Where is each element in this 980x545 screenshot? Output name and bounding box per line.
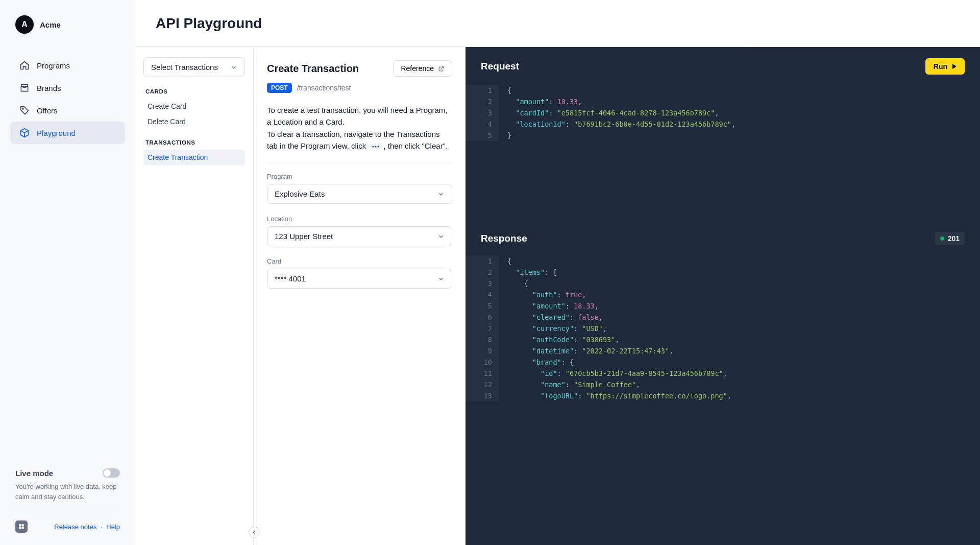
divider	[267, 163, 452, 163]
product-logo	[15, 520, 28, 533]
release-notes-link[interactable]: Release notes	[54, 523, 96, 531]
reference-label: Reference	[401, 64, 434, 73]
org-name: Acme	[40, 20, 61, 29]
card-label: Card	[267, 257, 452, 265]
status-badge: 201	[935, 232, 965, 245]
program-value: Explosive Eats	[275, 189, 325, 198]
chevron-down-icon	[230, 64, 237, 71]
svg-point-2	[375, 146, 377, 147]
chevron-left-icon	[252, 530, 257, 535]
card-select[interactable]: **** 4001	[267, 269, 452, 289]
house-icon	[19, 60, 30, 70]
nav-brands-label: Brands	[37, 84, 61, 92]
status-code: 201	[948, 234, 960, 243]
form-title: Create Transaction	[267, 63, 359, 75]
request-panel: Request Run 12345 { "amount": 18.33, "ca…	[465, 47, 980, 221]
card-value: **** 4001	[275, 274, 306, 283]
live-mode-label: Live mode	[15, 469, 53, 478]
endpoint-create-transaction[interactable]: Create Transaction	[143, 150, 245, 165]
endpoint-path: /transactions/test	[297, 84, 351, 92]
request-code[interactable]: 12345 { "amount": 18.33, "cardId": "e581…	[465, 82, 980, 141]
sidebar: A Acme Programs Brands Offers Playground…	[0, 0, 135, 545]
form-panel: Create Transaction Reference POST /trans…	[254, 47, 465, 545]
response-code[interactable]: 12345678910111213 { "items": [ { "auth":…	[465, 252, 980, 401]
transactions-heading: TRANSACTIONS	[145, 139, 245, 146]
tag-icon	[19, 105, 30, 115]
reference-button[interactable]: Reference	[393, 60, 452, 77]
chevron-down-icon	[437, 233, 445, 240]
cube-icon	[19, 128, 30, 138]
response-title: Response	[481, 233, 527, 244]
program-select[interactable]: Explosive Eats	[267, 184, 452, 204]
nav-programs[interactable]: Programs	[10, 54, 125, 77]
run-label: Run	[934, 62, 947, 70]
svg-point-0	[22, 108, 23, 109]
endpoint-delete-card[interactable]: Delete Card	[143, 114, 245, 129]
external-link-icon	[438, 65, 445, 72]
nav-playground-label: Playground	[37, 129, 76, 137]
org-avatar[interactable]: A	[15, 15, 34, 34]
location-label: Location	[267, 215, 452, 223]
run-button[interactable]: Run	[925, 58, 965, 75]
main-nav: Programs Brands Offers Playground	[0, 54, 135, 144]
storefront-icon	[19, 83, 30, 93]
request-title: Request	[481, 61, 519, 72]
http-method-badge: POST	[267, 83, 292, 93]
program-label: Program	[267, 173, 452, 180]
form-description: To create a test transaction, you will n…	[267, 104, 452, 152]
response-panel: Response 201 12345678910111213 { "items"…	[465, 221, 980, 401]
nav-playground[interactable]: Playground	[10, 122, 125, 144]
location-value: 123 Upper Street	[275, 232, 333, 241]
endpoint-create-card[interactable]: Create Card	[143, 99, 245, 114]
collapse-panel-button[interactable]	[249, 527, 260, 538]
location-select[interactable]: 123 Upper Street	[267, 226, 452, 246]
play-icon	[952, 64, 957, 69]
live-mode-toggle[interactable]	[103, 468, 120, 478]
live-mode-desc: You're working with live data, keep calm…	[15, 482, 120, 502]
divider	[15, 511, 120, 511]
category-panel: Select Transactions CARDS Create Card De…	[135, 47, 254, 545]
page-title: API Playground	[156, 15, 262, 32]
cards-heading: CARDS	[145, 88, 245, 94]
svg-point-3	[378, 146, 379, 147]
nav-offers[interactable]: Offers	[10, 99, 125, 122]
code-area: Request Run 12345 { "amount": 18.33, "ca…	[465, 47, 980, 545]
nav-programs-label: Programs	[37, 61, 70, 70]
ellipsis-icon	[369, 145, 382, 149]
category-select-label: Select Transactions	[151, 63, 218, 72]
page-header: API Playground	[135, 0, 745, 47]
help-link[interactable]: Help	[106, 523, 120, 531]
chevron-down-icon	[437, 275, 445, 282]
dot-separator: ·	[101, 523, 103, 531]
category-select[interactable]: Select Transactions	[143, 57, 245, 77]
nav-offers-label: Offers	[37, 106, 58, 115]
chevron-down-icon	[437, 191, 445, 198]
svg-point-1	[373, 146, 374, 147]
status-dot-icon	[940, 236, 944, 241]
nav-brands[interactable]: Brands	[10, 77, 125, 99]
